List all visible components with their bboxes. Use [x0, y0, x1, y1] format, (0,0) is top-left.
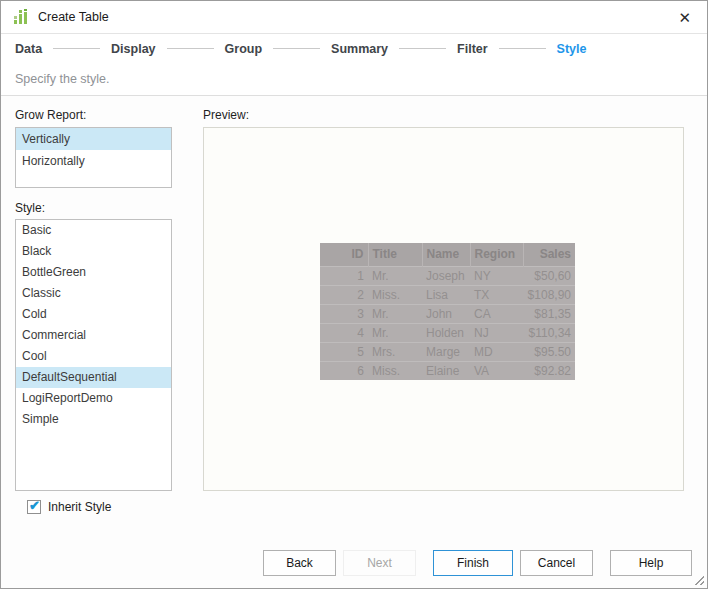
- style-list: Basic Black BottleGreen Classic Cold Com…: [15, 219, 172, 491]
- grow-report-label: Grow Report:: [15, 108, 86, 122]
- table-row: 6Miss.ElaineVA$92.82: [320, 361, 575, 380]
- table-cell: Mrs.: [368, 342, 422, 361]
- title-bar: Create Table ✕: [1, 1, 707, 34]
- table-header-cell: ID: [320, 243, 368, 266]
- table-cell: 2: [320, 285, 368, 304]
- list-item-bottlegreen[interactable]: BottleGreen: [16, 262, 171, 283]
- list-item-vertically[interactable]: Vertically: [16, 128, 171, 150]
- list-item-black[interactable]: Black: [16, 241, 171, 262]
- table-header-cell: Name: [422, 243, 470, 266]
- list-item-simple[interactable]: Simple: [16, 409, 171, 430]
- table-row: 1Mr.JosephNY$50,60: [320, 266, 575, 285]
- table-row: 2Miss.LisaTX$108,90: [320, 285, 575, 304]
- footer-buttons: Back Next Finish Cancel Help: [263, 550, 692, 576]
- table-cell: Mr.: [368, 266, 422, 285]
- table-cell: 5: [320, 342, 368, 361]
- table-row: 4Mr.HoldenNJ$110,34: [320, 323, 575, 342]
- inherit-style-row: ✔ Inherit Style: [27, 500, 111, 514]
- grow-report-list: Vertically Horizontally: [15, 127, 172, 188]
- table-cell: NJ: [470, 323, 523, 342]
- table-cell: MD: [470, 342, 523, 361]
- resize-grip-icon[interactable]: [692, 573, 704, 585]
- table-cell: Marge: [422, 342, 470, 361]
- preview-box: IDTitleNameRegionSales1Mr.JosephNY$50,60…: [203, 127, 684, 491]
- wizard-steps: Data Display Group Summary Filter Style: [1, 34, 707, 63]
- table-cell: VA: [470, 361, 523, 380]
- step-summary[interactable]: Summary: [331, 42, 388, 56]
- checkmark-icon: ✔: [29, 498, 40, 513]
- table-cell: CA: [470, 304, 523, 323]
- list-item-commercial[interactable]: Commercial: [16, 325, 171, 346]
- dialog-title: Create Table: [38, 10, 109, 24]
- step-connector: [53, 48, 100, 49]
- preview-table: IDTitleNameRegionSales1Mr.JosephNY$50,60…: [320, 243, 575, 380]
- list-item-cool[interactable]: Cool: [16, 346, 171, 367]
- style-label: Style:: [15, 201, 45, 215]
- step-connector: [167, 48, 214, 49]
- table-cell: NY: [470, 266, 523, 285]
- list-item-horizontally[interactable]: Horizontally: [16, 150, 171, 172]
- list-item-logireportdemo[interactable]: LogiReportDemo: [16, 388, 171, 409]
- list-item-cold[interactable]: Cold: [16, 304, 171, 325]
- create-table-dialog: Create Table ✕ Data Display Group Summar…: [0, 0, 708, 589]
- caption-band: Specify the style.: [1, 63, 707, 96]
- table-cell: $81,35: [523, 304, 575, 323]
- step-connector: [273, 48, 320, 49]
- list-item-defaultsequential[interactable]: DefaultSequential: [16, 367, 171, 388]
- table-header-cell: Region: [470, 243, 523, 266]
- table-cell: John: [422, 304, 470, 323]
- step-caption: Specify the style.: [15, 72, 110, 86]
- help-button[interactable]: Help: [610, 550, 692, 576]
- table-cell: $50,60: [523, 266, 575, 285]
- step-group[interactable]: Group: [225, 42, 263, 56]
- step-style[interactable]: Style: [557, 42, 587, 56]
- table-cell: 6: [320, 361, 368, 380]
- step-data[interactable]: Data: [15, 42, 42, 56]
- inherit-style-label: Inherit Style: [48, 500, 111, 514]
- table-cell: Holden: [422, 323, 470, 342]
- table-cell: $95.50: [523, 342, 575, 361]
- table-header-cell: Sales: [523, 243, 575, 266]
- list-item-basic[interactable]: Basic: [16, 220, 171, 241]
- table-row: 5Mrs.MargeMD$95.50: [320, 342, 575, 361]
- table-cell: Miss.: [368, 285, 422, 304]
- table-cell: $110,34: [523, 323, 575, 342]
- table-cell: 3: [320, 304, 368, 323]
- table-cell: Joseph: [422, 266, 470, 285]
- bar-chart-icon: [13, 9, 29, 25]
- next-button: Next: [343, 550, 416, 576]
- inherit-style-checkbox[interactable]: ✔: [27, 500, 41, 514]
- table-header-row: IDTitleNameRegionSales: [320, 243, 575, 266]
- table-cell: $92.82: [523, 361, 575, 380]
- list-item-classic[interactable]: Classic: [16, 283, 171, 304]
- table-cell: Lisa: [422, 285, 470, 304]
- step-connector: [399, 48, 446, 49]
- step-connector: [499, 48, 546, 49]
- step-filter[interactable]: Filter: [457, 42, 488, 56]
- table-cell: Miss.: [368, 361, 422, 380]
- back-button[interactable]: Back: [263, 550, 336, 576]
- table-cell: $108,90: [523, 285, 575, 304]
- step-display[interactable]: Display: [111, 42, 155, 56]
- preview-label: Preview:: [203, 108, 249, 122]
- table-cell: 1: [320, 266, 368, 285]
- table-header-cell: Title: [368, 243, 422, 266]
- finish-button[interactable]: Finish: [433, 550, 513, 576]
- table-cell: Mr.: [368, 304, 422, 323]
- cancel-button[interactable]: Cancel: [520, 550, 593, 576]
- table-cell: TX: [470, 285, 523, 304]
- table-cell: Elaine: [422, 361, 470, 380]
- table-cell: Mr.: [368, 323, 422, 342]
- close-icon[interactable]: ✕: [674, 8, 695, 27]
- table-cell: 4: [320, 323, 368, 342]
- table-row: 3Mr.JohnCA$81,35: [320, 304, 575, 323]
